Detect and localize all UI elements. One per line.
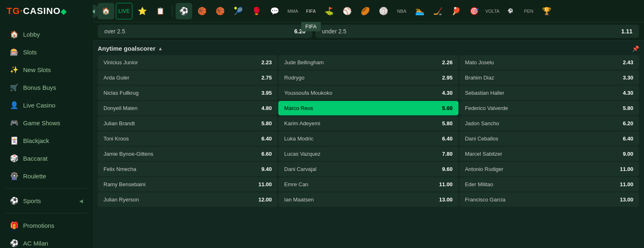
bonus-buys-icon: 🛒	[10, 83, 18, 92]
sport-icon-soccer[interactable]: ⚽	[176, 3, 192, 19]
bet-row[interactable]: Rodrygo2.95	[278, 70, 458, 85]
bet-row[interactable]: Youssoufa Moukoko4.30	[278, 86, 458, 100]
bet-row[interactable]: Julian Brandt5.80	[98, 116, 277, 131]
bet-odds-value: 4.30	[623, 90, 633, 96]
sidebar-label-sports: Sports	[23, 197, 74, 204]
sport-icon-esports2[interactable]: ⚽	[502, 3, 519, 19]
under-label: under 2.5	[322, 28, 346, 35]
game-shows-icon: 🎮	[10, 119, 18, 127]
bet-odds-value: 9.60	[442, 166, 452, 172]
sidebar-nav: 🏠 Lobby 🎰 Slots ✨ New Slots 🛒 Bonus Buys…	[0, 22, 93, 248]
bet-grid: Vinicius Junior2.23Jude Bellingham2.26Ma…	[93, 55, 644, 210]
bet-row[interactable]: Luka Modric6.40	[278, 131, 458, 146]
sidebar-label-lobby: Lobby	[23, 31, 83, 38]
sport-icon-home[interactable]: 🏠	[98, 3, 114, 19]
sport-icon-favorites[interactable]: ⭐	[134, 3, 150, 19]
sport-icon-live[interactable]: LIVE	[116, 3, 132, 19]
sport-icon-mma[interactable]: MMA	[284, 3, 301, 19]
bet-row[interactable]: Sebastian Haller4.30	[459, 86, 639, 100]
bet-row[interactable]: Ramy Bensebaini11.00	[98, 177, 277, 192]
sport-icon-rugby[interactable]: 🏉	[357, 3, 374, 19]
sport-icon-golf[interactable]: ⛳	[321, 3, 337, 19]
bet-row[interactable]: Donyell Malen4.80	[98, 101, 277, 115]
sidebar-item-live-casino[interactable]: 👤 Live Casino	[2, 97, 90, 114]
sidebar-label-new-slots: New Slots	[23, 66, 83, 73]
bet-row[interactable]: Antonio Rudiger11.00	[459, 162, 639, 176]
bet-player-name: Mato Joselu	[465, 59, 494, 66]
bet-odds-value: 4.30	[442, 90, 452, 96]
bet-row[interactable]: Julian Ryerson12.00	[98, 192, 277, 207]
bet-player-name: Vinicius Junior	[103, 59, 138, 66]
bet-row[interactable]: Arda Guler2.75	[98, 70, 277, 85]
bet-row[interactable]: Marcel Sabitzer9.00	[459, 147, 639, 161]
bet-row[interactable]: Mato Joselu2.43	[459, 55, 639, 70]
bet-odds-value: 9.00	[623, 151, 633, 157]
sport-icon-tennis[interactable]: 🎾	[230, 3, 247, 19]
bet-row[interactable]: Emre Can11.00	[278, 177, 458, 192]
bet-row[interactable]: Jamie Bynoe-Gittens6.60	[98, 147, 277, 161]
bet-row[interactable]: Ian Maatsen13.00	[278, 192, 458, 207]
bet-odds-value: 11.00	[620, 166, 633, 172]
sport-icon-chat[interactable]: 💬	[266, 3, 283, 19]
sidebar-label-blackjack: Blackjack	[23, 137, 83, 144]
sport-icon-darts[interactable]: 🎯	[466, 3, 482, 19]
baccarat-icon: 🎲	[10, 154, 18, 163]
sport-icon-volleyball[interactable]: 🏐	[375, 3, 392, 19]
sport-icon-extra[interactable]: 🏆	[538, 3, 555, 19]
sport-icon-swimming[interactable]: 🏊	[411, 3, 428, 19]
sidebar-item-game-shows[interactable]: 🎮 Game Shows	[2, 115, 90, 131]
bet-row[interactable]: Jude Bellingham2.26	[278, 55, 458, 70]
sidebar-item-new-slots[interactable]: ✨ New Slots	[2, 61, 90, 78]
sport-icon-hockey[interactable]: 🏒	[430, 3, 446, 19]
under-button[interactable]: under 2.5 1.11	[315, 25, 639, 38]
sidebar-item-promotions[interactable]: 🎁 Promotions	[2, 217, 90, 234]
sport-icon-basketball[interactable]: 🏀	[194, 3, 210, 19]
over-button[interactable]: over 2.5 6.20	[98, 25, 312, 38]
bet-odds-value: 5.80	[623, 105, 633, 111]
bet-row[interactable]: Niclas Fullkrug3.95	[98, 86, 277, 100]
bet-row[interactable]: Dani Ceballos6.40	[459, 131, 639, 146]
sort-arrow-icon[interactable]: ▲	[158, 46, 163, 51]
sport-icon-nba[interactable]: NBA	[393, 3, 410, 19]
bet-row[interactable]: Toni Kroos6.40	[98, 131, 277, 146]
sidebar-item-baccarat[interactable]: 🎲 Baccarat	[2, 150, 90, 167]
bet-row[interactable]: Karim Adeyemi5.80	[278, 116, 458, 131]
sport-icon-esports1[interactable]: VOLTA	[484, 3, 501, 19]
sidebar-item-slots[interactable]: 🎰 Slots	[2, 44, 90, 61]
bet-player-name: Ramy Bensebaini	[103, 181, 146, 187]
bet-row[interactable]: Jadon Sancho6.20	[459, 116, 639, 131]
bet-row[interactable]: Federico Valverde5.80	[459, 101, 639, 115]
sport-icon-basketball2[interactable]: 🏀	[212, 3, 228, 19]
bet-row[interactable]: Eder Militao11.00	[459, 177, 639, 192]
bet-row[interactable]: Lucas Vazquez7.80	[278, 147, 458, 161]
bet-row[interactable]: Felix Nmecha9.40	[98, 162, 277, 176]
sport-icon-penalty[interactable]: PEN	[520, 3, 537, 19]
bet-player-name: Francisco Garcia	[465, 197, 505, 203]
sidebar-item-acmilan[interactable]: ⚽ AC Milan	[2, 235, 90, 248]
sport-icon-fifa[interactable]: FIFA FIFA	[303, 3, 319, 19]
sidebar-item-roulette[interactable]: 🎡 Roulette	[2, 168, 90, 185]
sidebar-item-blackjack[interactable]: 🃏 Blackjack	[2, 132, 90, 149]
sport-icon-boxing-glove[interactable]: 🥊	[248, 3, 265, 19]
bet-odds-value: 6.20	[623, 120, 633, 126]
bet-player-name: Marcel Sabitzer	[465, 151, 502, 157]
bet-odds-value: 4.80	[261, 105, 272, 111]
bet-row[interactable]: Dani Carvajal9.60	[278, 162, 458, 176]
bet-row[interactable]: Marco Reus5.60	[278, 101, 458, 115]
nav-divider-1	[5, 188, 88, 189]
sidebar-item-bonus-buys[interactable]: 🛒 Bonus Buys	[2, 79, 90, 96]
new-slots-icon: ✨	[10, 66, 18, 74]
bet-row[interactable]: Brahim Diaz3.30	[459, 70, 639, 85]
logo-casino: CASINO	[23, 6, 61, 16]
pin-icon[interactable]: 📌	[632, 45, 639, 52]
sidebar-item-sports[interactable]: ⚽ Sports ◀	[2, 192, 90, 209]
chevron-left-icon: ◀	[79, 198, 83, 204]
sport-icon-baseball[interactable]: ⚾	[339, 3, 355, 19]
sport-icon-bets[interactable]: 📋	[152, 3, 169, 19]
sport-icon-tabletennis[interactable]: 🏓	[448, 3, 464, 19]
bet-row[interactable]: Vinicius Junior2.23	[98, 55, 277, 70]
promotions-icon: 🎁	[10, 221, 18, 230]
bet-player-name: Jude Bellingham	[284, 59, 324, 66]
bet-row[interactable]: Francisco Garcia13.00	[459, 192, 639, 207]
sidebar-item-lobby[interactable]: 🏠 Lobby	[2, 26, 90, 43]
